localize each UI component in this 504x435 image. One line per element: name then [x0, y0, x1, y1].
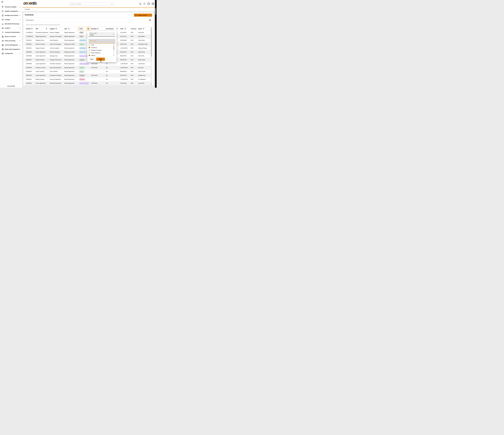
filter-icon-owner[interactable]	[143, 28, 144, 29]
filter-icon-end-date[interactable]	[97, 28, 99, 29]
breadcrumb[interactable]: Contracts	[25, 9, 30, 10]
cell-value: 1,200,000.00	[120, 47, 128, 49]
status-option[interactable]: Manual Signing	[87, 52, 113, 54]
chevron-right-icon	[19, 36, 20, 37]
cell-supplier: Elemental Dynamics	[50, 83, 61, 84]
table-row[interactable]: 00000004 Lease Contract Fusion Works Ren…	[25, 70, 152, 74]
status-option[interactable]: Draft	[87, 44, 113, 46]
options-scrollbar-thumb[interactable]	[113, 46, 114, 50]
table-row[interactable]: 00000006 Lease Agreement Crestview Indus…	[25, 62, 152, 66]
filter-icon-number[interactable]	[31, 28, 33, 29]
search-input[interactable]	[70, 3, 111, 5]
groupby-hint: Drag a column header and drop it here to…	[26, 24, 60, 26]
sidebar-item[interactable]: Strategic procurement	[0, 13, 22, 17]
status-filter-popup: Select condition Equals ▼ Select values …	[87, 31, 117, 62]
chevron-down-icon[interactable]: ▼	[113, 34, 114, 35]
bell-icon[interactable]	[143, 2, 146, 5]
help-icon[interactable]: ?	[147, 2, 150, 5]
sidebar-item[interactable]: Quotes & Auctions	[0, 35, 22, 39]
filter-icon-title[interactable]	[46, 28, 47, 29]
col-has-renewal[interactable]: Has Renewal	[106, 28, 114, 29]
col-owner[interactable]: Owner	[138, 28, 142, 29]
filter-icon-supplier[interactable]	[55, 28, 57, 29]
col-title[interactable]: Title	[36, 28, 38, 29]
search-icon[interactable]	[111, 3, 113, 5]
apply-button[interactable]: Apply	[96, 58, 105, 61]
create-contract-main[interactable]: Create contract	[134, 14, 148, 17]
checkbox[interactable]	[89, 47, 90, 48]
sidebar-item[interactable]: Analytics	[0, 26, 22, 30]
options-scrollbar[interactable]: ▲ ▼	[113, 44, 114, 56]
sidebar-item-label: Order processing	[5, 40, 19, 42]
status-option[interactable]: Signed	[87, 54, 113, 57]
cell-supplier: Vertex Technologies	[50, 44, 61, 45]
cart-icon[interactable]	[139, 2, 141, 5]
cell-owner: Emily Yellow	[138, 59, 145, 61]
create-dropdown-arrow[interactable]: ▼	[149, 14, 152, 17]
condition-select[interactable]: Select condition Equals ▼	[89, 32, 115, 37]
scroll-up-icon[interactable]: ▲	[151, 27, 152, 28]
col-end-date[interactable]: End Date	[91, 28, 97, 29]
sidebar-item[interactable]: Catalogs	[0, 17, 22, 22]
chevron-up-icon[interactable]: ▲	[113, 41, 114, 42]
sidebar-item[interactable]: Master data management	[0, 47, 22, 51]
bee-icon	[2, 6, 4, 8]
table-row[interactable]: 00000005 Tenancy Contract Apex Manufactu…	[25, 66, 152, 70]
checkbox[interactable]	[89, 55, 90, 56]
table-row[interactable]: 00000003 Lease Agreement Innovatech Solu…	[25, 73, 152, 78]
table-row[interactable]: 00000001 Lease Agreement Elemental Dynam…	[25, 81, 152, 85]
sidebar-item[interactable]: § Contract Management	[0, 43, 22, 47]
option-label[interactable]: Manual Signing	[91, 52, 100, 53]
avatar[interactable]: CM	[152, 2, 154, 5]
options-scroll-up-icon[interactable]: ▲	[113, 44, 114, 44]
status-filter-chip[interactable]	[87, 27, 90, 30]
options-scroll-down-icon[interactable]: ▼	[113, 55, 114, 56]
scrollbar-thumb[interactable]	[151, 28, 152, 57]
cell-supplier: Pinnacle Systems	[50, 51, 60, 53]
table-row[interactable]: 00000002 Rental Contract Horizon Enterpr…	[25, 78, 152, 81]
filter-icon-has-renewal[interactable]	[116, 28, 118, 29]
clear-button[interactable]: Clear	[89, 58, 94, 61]
filter-icon-status[interactable]	[88, 28, 89, 30]
checkbox[interactable]	[89, 52, 90, 53]
cell-owner: Liam Brown	[138, 63, 145, 64]
col-currency[interactable]: Currency	[131, 28, 136, 29]
filter-icon-type[interactable]	[68, 28, 70, 29]
cell-type: Rental Agreement	[64, 59, 74, 61]
table-scrollbar[interactable]: ▲ ▼	[151, 27, 152, 85]
option-label[interactable]: Draft	[91, 44, 94, 46]
condition-value: Equals	[90, 34, 94, 36]
option-label[interactable]: Ready for Signing	[91, 49, 101, 51]
status-option[interactable]: Ready for Signing	[87, 49, 113, 52]
cell-value: 800,000.00	[120, 75, 126, 76]
checkbox[interactable]	[89, 50, 90, 51]
values-select[interactable]: Select values ▲	[89, 39, 115, 44]
sidebar-item[interactable]: Customer Administration	[0, 30, 22, 35]
col-number[interactable]: Number	[26, 28, 31, 29]
sidebar-item[interactable]: Configuration	[0, 51, 22, 56]
col-value[interactable]: Value	[120, 28, 124, 29]
sidebar-item[interactable]: Operational Purchasing	[0, 22, 22, 26]
sidebar-item[interactable]: Onventis AssistBee	[0, 5, 22, 9]
col-type[interactable]: Type	[64, 28, 67, 29]
filter-icon-value[interactable]	[125, 28, 126, 29]
hamburger-menu-icon[interactable]	[1, 1, 3, 3]
sidebar-item-label: Customer Administration	[5, 32, 19, 33]
sidebar-item-label: Supplier management	[5, 10, 19, 12]
cell-title: Tenancy Contract	[36, 67, 45, 68]
col-supplier[interactable]: Supplier	[50, 28, 55, 29]
scroll-down-icon[interactable]: ▼	[151, 84, 152, 85]
option-label[interactable]: Signed	[91, 55, 95, 56]
gear-icon[interactable]	[149, 19, 151, 21]
create-contract-button[interactable]: Create contract ▼	[134, 14, 152, 17]
option-label[interactable]: Authoring	[91, 47, 97, 48]
status-badge: Draft	[79, 32, 84, 34]
checkbox[interactable]	[89, 44, 90, 46]
cell-title: Lease Agreement	[36, 63, 45, 64]
col-status[interactable]: Status	[79, 28, 83, 29]
sidebar-item[interactable]: Order processing	[0, 39, 22, 43]
cell-title: Supply Contract	[36, 47, 45, 49]
sidebar-item[interactable]: Supplier management	[0, 9, 22, 13]
open-book-icon	[2, 19, 4, 21]
status-option[interactable]: Authoring	[87, 46, 113, 49]
